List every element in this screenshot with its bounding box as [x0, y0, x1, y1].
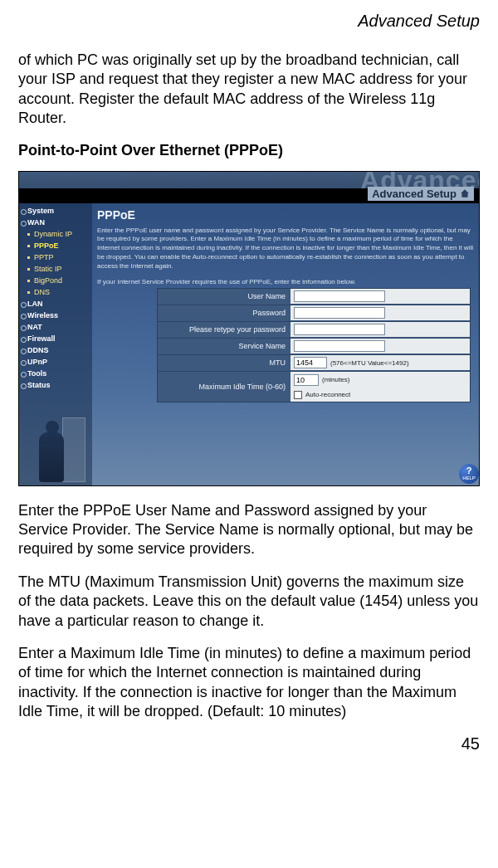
intro-paragraph: of which PC was originally set up by the… — [18, 51, 480, 129]
sidebar-item-nat[interactable]: NAT — [19, 321, 92, 333]
input-password[interactable] — [294, 307, 385, 319]
sidebar-item-static-ip[interactable]: Static IP — [19, 263, 92, 275]
sidebar-item-pptp[interactable]: PPTP — [19, 251, 92, 263]
pppoe-form: User Name Password Please retype your pa… — [157, 288, 471, 402]
mtu-hint: (576<=MTU Value<=1492) — [330, 359, 409, 367]
router-screenshot: Advanced Advanced Setup SystemWANDynamic… — [18, 171, 480, 486]
main-title: PPPoE — [97, 208, 474, 222]
input-username[interactable] — [294, 290, 385, 302]
home-icon[interactable] — [460, 188, 470, 198]
label-mtu: MTU — [158, 356, 290, 369]
input-idle-time[interactable] — [294, 374, 319, 386]
label-retype: Please retype your password — [158, 323, 290, 336]
input-service-name[interactable] — [294, 340, 385, 352]
sidebar-item-wan[interactable]: WAN — [19, 217, 92, 228]
section-heading: Point-to-Point Over Ethernet (PPPoE) — [18, 142, 480, 159]
main-desc-2: If your Internet Service Provider requir… — [97, 278, 474, 287]
sidebar-item-status[interactable]: Status — [19, 379, 92, 391]
input-retype-password[interactable] — [294, 324, 385, 335]
advanced-setup-badge[interactable]: Advanced Setup — [368, 187, 474, 201]
sidebar-item-dns[interactable]: DNS — [19, 286, 92, 298]
sidebar-item-firewall[interactable]: Firewall — [19, 333, 92, 344]
sidebar-item-bigpond[interactable]: BigPond — [19, 275, 92, 286]
page-number: 45 — [18, 734, 480, 753]
sidebar-item-ddns[interactable]: DDNS — [19, 344, 92, 356]
label-service-name: Service Name — [158, 339, 290, 353]
help-icon: ? — [466, 466, 472, 475]
main-desc-1: Enter the PPPoE user name and password a… — [97, 227, 474, 271]
label-password: Password — [158, 306, 290, 319]
label-idle: Maximum Idle Time (0-60) — [158, 380, 290, 393]
sidebar-item-pppoe[interactable]: PPPoE — [19, 240, 92, 251]
sidebar-item-tools[interactable]: Tools — [19, 368, 92, 379]
after-paragraph-2: The MTU (Maximum Transmission Unit) gove… — [18, 573, 480, 631]
label-username: User Name — [158, 290, 290, 303]
sidebar-item-dynamic-ip[interactable]: Dynamic IP — [19, 228, 92, 240]
router-main: PPPoE Enter the PPPoE user name and pass… — [97, 208, 474, 480]
after-paragraph-3: Enter a Maximum Idle Time (in minutes) t… — [18, 644, 480, 722]
advanced-setup-label: Advanced Setup — [372, 188, 456, 200]
decorative-figure — [24, 407, 87, 482]
idle-hint: (minutes) — [322, 376, 349, 383]
sidebar-item-upnp[interactable]: UPnP — [19, 356, 92, 368]
sidebar-item-wireless[interactable]: Wireless — [19, 310, 92, 321]
help-label: HELP — [462, 475, 476, 480]
sidebar-item-system[interactable]: System — [19, 205, 92, 217]
checkbox-auto-reconnect[interactable] — [294, 391, 302, 399]
auto-reconnect-label: Auto-reconnect — [305, 391, 350, 398]
sidebar-item-lan[interactable]: LAN — [19, 298, 92, 310]
help-button[interactable]: ? HELP — [459, 464, 479, 484]
page-header: Advanced Setup — [18, 12, 480, 31]
after-paragraph-1: Enter the PPPoE User Name and Password a… — [18, 501, 480, 559]
input-mtu[interactable] — [294, 357, 327, 368]
